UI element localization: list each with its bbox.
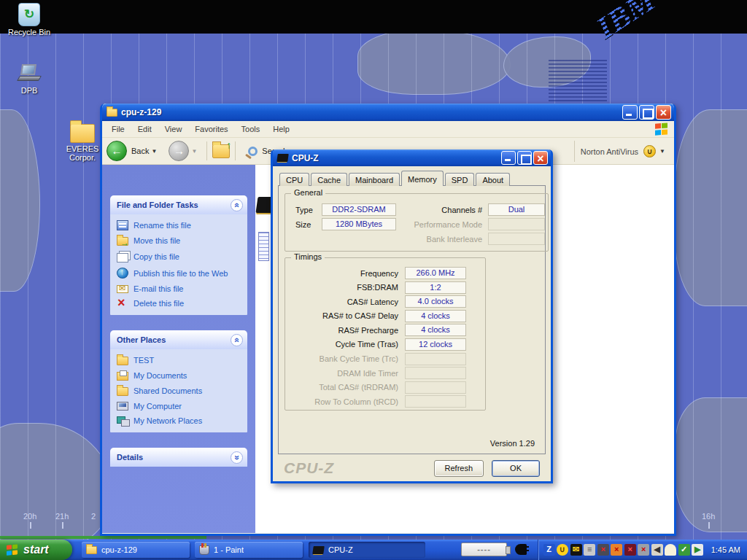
place-label[interactable]: Shared Documents [133,386,202,395]
other-places-title: Other Places [117,335,166,344]
desktop-icon-recycle-bin[interactable]: Recycle Bin [1,3,57,36]
place-my-network[interactable]: My Network Places [117,416,244,426]
collapse-chevron-icon[interactable]: » [231,199,243,211]
menu-help[interactable]: Help [266,122,296,136]
task-move-file[interactable]: Move this file [117,236,244,246]
timing-row-ras-to-cas: RAS# to CAS# Delay 4 clocks [290,310,481,322]
timezone-tick [30,522,31,529]
expand-chevron-icon[interactable]: » [231,451,243,464]
ghost-app-tray-icon[interactable] [665,544,676,556]
desktop-icon-label: Recycle Bin [1,28,57,36]
task-copy-file[interactable]: Copy this file [117,251,244,262]
place-label[interactable]: My Computer [133,402,182,411]
network-device-tray-icon[interactable]: ≡ [584,544,595,556]
copy-icon [117,253,128,262]
forward-button[interactable] [169,141,189,161]
place-shared-documents[interactable]: Shared Documents [117,386,244,396]
back-button-label[interactable]: Back [131,147,149,155]
ok-button[interactable]: OK [492,460,540,477]
menu-edit[interactable]: Edit [131,122,158,136]
task-email-file[interactable]: E-mail this file [117,284,244,293]
task-label[interactable]: Rename this file [133,221,191,230]
other-places-header[interactable]: Other Places » [110,330,247,349]
details-header[interactable]: Details » [110,448,247,467]
task-label[interactable]: Copy this file [133,252,179,261]
place-label[interactable]: TEST [133,356,154,365]
users-offline-tray-icon[interactable]: × [611,544,622,556]
taskbar-button-cpuz[interactable]: CPU-Z [309,542,425,558]
place-label[interactable]: My Documents [133,371,187,380]
refresh-button[interactable]: Refresh [434,460,484,477]
back-dropdown-icon[interactable]: ▼ [151,148,157,155]
email-protection-tray-icon[interactable]: ✉ [570,544,582,556]
timezone-tick [62,522,63,529]
task-delete-file[interactable]: Delete this file [117,298,244,308]
connection-error-tray-icon[interactable]: × [624,544,636,556]
search-icon[interactable] [248,147,258,156]
file-icon[interactable] [258,232,269,261]
task-label[interactable]: Delete this file [133,299,184,308]
tab-spd[interactable]: SPD [445,173,475,186]
tab-cpu[interactable]: CPU [279,173,309,186]
remote-audio-muted-tray-icon[interactable]: × [638,544,649,556]
toolbar-separator [206,141,207,160]
taskbar-deskband[interactable]: ---- [461,542,507,556]
timezone-label: 2 [91,512,96,521]
menu-favorites[interactable]: Favorites [188,122,234,136]
task-label[interactable]: Move this file [133,236,180,245]
maximize-button[interactable] [517,151,532,165]
task-rename-file[interactable]: Rename this file [117,220,244,230]
menu-tools[interactable]: Tools [235,122,267,136]
timing-value-field: 266.0 MHz [405,267,466,279]
cpuz-titlebar[interactable]: CPU-Z [273,149,551,166]
type-value-field: DDR2-SDRAM [322,203,396,216]
norton-antivirus-tray-icon[interactable]: ∪ [557,544,568,556]
forward-dropdown-icon[interactable]: ▼ [191,148,197,155]
file-tasks-section: File and Folder Tasks » Rename this file… [110,195,247,315]
minimize-button[interactable] [622,105,638,120]
tab-about[interactable]: About [476,173,510,186]
maximize-button[interactable] [639,105,654,120]
start-button[interactable]: start [0,540,72,560]
tab-mainboard[interactable]: Mainboard [349,173,400,186]
cpuz-bottom-bar: CPU-Z Refresh OK [278,454,546,477]
windows-flag-icon [7,544,19,556]
cpuz-window: CPU-Z CPU Cache Mainboard Memory SPD Abo… [271,149,553,483]
desktop-icon-dpb[interactable]: DPB [1,63,57,95]
menu-file[interactable]: File [105,122,131,136]
tab-memory[interactable]: Memory [401,171,444,186]
back-button[interactable] [107,141,127,161]
details-section: Details » [110,448,247,467]
place-my-documents[interactable]: My Documents [117,370,244,381]
place-label[interactable]: My Network Places [133,416,202,425]
zonealarm-tray-icon[interactable]: Z [543,544,555,556]
close-button[interactable] [656,105,671,120]
explorer-titlebar[interactable]: cpu-z-129 [102,104,674,121]
taskbar-button-paint[interactable]: 1 - Paint [195,542,303,558]
green-agent-tray-icon[interactable]: ✓ [678,544,690,556]
norton-dropdown-icon[interactable]: ▼ [659,148,665,155]
paint-icon [199,545,209,555]
general-legend: General [291,188,325,197]
signal-disconnected-tray-icon[interactable]: × [597,544,609,556]
norton-antivirus-toolbar[interactable]: Norton AntiVirus ∪ ▼ [574,141,671,162]
task-label[interactable]: Publish this file to the Web [133,269,228,278]
task-publish-file[interactable]: Publish this file to the Web [117,268,244,279]
up-folder-button[interactable] [212,144,230,158]
memory-tab-page: General Type DDR2-SDRAM Size 1280 MBytes… [278,185,546,454]
task-label[interactable]: E-mail this file [133,284,183,293]
collapse-chevron-icon[interactable]: » [231,334,243,346]
power-plug-icon[interactable] [515,544,527,555]
cpu-chip-icon [312,546,325,554]
close-button[interactable] [533,151,548,165]
display-settings-tray-icon[interactable]: ▶ [692,544,703,556]
taskbar-button-explorer[interactable]: cpu-z-129 [82,542,190,558]
menu-view[interactable]: View [158,122,189,136]
timing-value-field: 4.0 clocks [405,295,466,308]
volume-tray-icon[interactable]: ◀ [651,544,663,556]
tab-cache[interactable]: Cache [311,173,347,186]
minimize-button[interactable] [501,151,516,165]
place-my-computer[interactable]: My Computer [117,401,244,411]
place-test[interactable]: TEST [117,355,244,365]
file-tasks-header[interactable]: File and Folder Tasks » [110,195,247,214]
